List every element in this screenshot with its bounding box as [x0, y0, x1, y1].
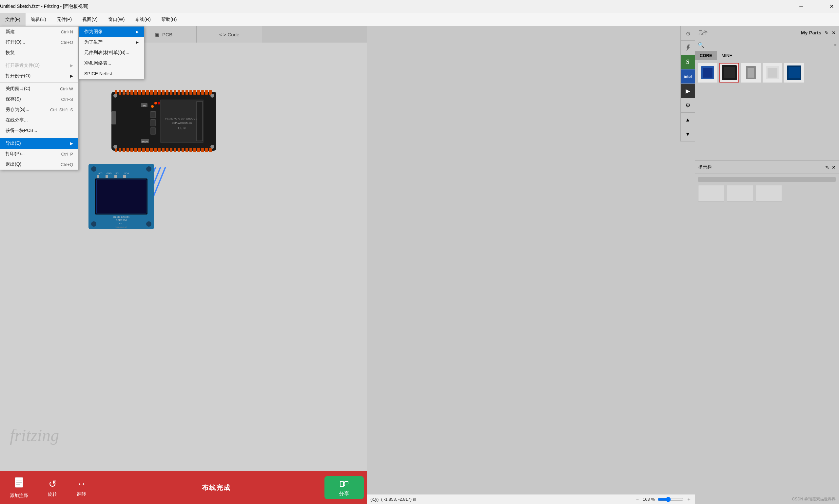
export-bom[interactable]: 元件列表(材料单)(B)... [79, 48, 144, 58]
svg-rect-10 [130, 90, 133, 95]
category-tabs: CORE MINE [695, 51, 839, 60]
rotate-label: 旋转 [48, 491, 57, 498]
titlebar-title: Untitled Sketch.fzz* - Fritzing - [面包板视图… [0, 4, 88, 10]
svg-point-68 [151, 105, 154, 108]
indicator-close-icon[interactable]: ✕ [832, 165, 836, 170]
cat-tab-core[interactable]: CORE [695, 51, 717, 60]
zoom-out-button[interactable]: － [635, 496, 640, 503]
svg-rect-39 [146, 148, 149, 152]
side-icon-intel[interactable]: intel [681, 69, 695, 84]
part-thumb-1[interactable] [698, 63, 717, 83]
svg-rect-116 [340, 484, 344, 487]
add-note-button[interactable]: 添加注释 [10, 477, 28, 499]
flip-label: 翻转 [77, 491, 86, 497]
indicator-edit-icon[interactable]: ✎ [825, 165, 829, 170]
indicator-progress-bar [698, 177, 836, 182]
export-xml-netlist[interactable]: XML网络表... [79, 58, 144, 69]
menu-component[interactable]: 元件(P) [51, 13, 77, 26]
esp32-board[interactable]: IFC 392 AC 72 ESP-WROOM-32 ESP-WROOM-32 … [108, 88, 220, 154]
scroll-up-icon[interactable]: ▲ [681, 113, 695, 127]
indicator-content [695, 174, 839, 205]
side-icon-seeed[interactable]: S [681, 55, 695, 69]
side-icon-play[interactable]: ▶ [681, 84, 695, 98]
svg-rect-65 [197, 102, 203, 141]
part-thumb-5[interactable] [784, 63, 804, 83]
side-icon-panel: ⊙ S intel ▶ ⚙ ▲ ▼ [680, 26, 695, 142]
indicator-panel-header: 指示栏 ✎ ✕ [695, 161, 839, 174]
part-thumb-3[interactable] [741, 63, 761, 83]
menu-export[interactable]: 导出(E)▶ [0, 138, 78, 149]
svg-text:VCC: VCC [98, 172, 103, 175]
menu-edit[interactable]: 编辑(E) [25, 13, 51, 26]
export-as-image[interactable]: 作为图像▶ [79, 26, 144, 37]
svg-point-58 [113, 145, 117, 149]
indicator-controls: ✎ ✕ [825, 165, 836, 170]
menu-share-online[interactable]: 在线分享... [0, 115, 78, 125]
svg-rect-92 [106, 175, 108, 178]
menu-help[interactable]: 帮助(H) [156, 13, 182, 26]
svg-text:IFC 392 AC 72 ESP-WROOM-32: IFC 392 AC 72 ESP-WROOM-32 [165, 118, 199, 120]
menu-window[interactable]: 窗口(W) [103, 13, 130, 26]
menu-open[interactable]: 打开(O)...Ctrl+O [0, 37, 78, 48]
search-settings-icon[interactable]: ≡ [834, 43, 836, 48]
svg-rect-85 [97, 180, 146, 213]
maximize-button[interactable]: □ [809, 0, 824, 13]
side-icon-settings[interactable]: ⚙ [681, 98, 695, 113]
export-spice[interactable]: SPICE Netlist... [79, 69, 144, 79]
parts-panel-close-icon[interactable]: ✕ [832, 30, 836, 35]
rotate-button[interactable]: ↺ 旋转 [48, 478, 57, 498]
svg-rect-46 [174, 148, 176, 152]
zoom-slider[interactable] [658, 497, 684, 502]
search-input[interactable] [706, 42, 834, 48]
menu-close[interactable]: 关闭窗口(C)Ctrl+W [0, 84, 78, 94]
routing-text: 布线完成 [202, 483, 231, 492]
svg-rect-55 [209, 148, 212, 152]
tab-code[interactable]: < > Code [197, 26, 262, 42]
svg-point-81 [146, 166, 152, 172]
separator-2 [0, 82, 78, 83]
svg-point-82 [91, 221, 97, 227]
cat-tab-mine[interactable]: MINE [717, 51, 737, 60]
menu-print[interactable]: 打印(P)...Ctrl+P [0, 149, 78, 159]
zoom-in-button[interactable]: ＋ [686, 496, 692, 503]
svg-rect-21 [174, 90, 176, 95]
menu-examples[interactable]: 打开例子(O)▶ [0, 71, 78, 81]
minimize-button[interactable]: ─ [794, 0, 809, 13]
menu-new[interactable]: 新建Ctrl+N [0, 26, 78, 37]
scroll-down-icon[interactable]: ▼ [681, 127, 695, 142]
svg-point-83 [146, 221, 152, 227]
oled-display[interactable]: VCC GND SCL SDA OLED 128x64 SSD1306 I2C … [88, 164, 154, 229]
svg-rect-37 [138, 148, 141, 152]
part-thumb-4[interactable] [763, 63, 782, 83]
menu-recover[interactable]: 恢复 [0, 48, 78, 58]
menu-quit[interactable]: 退出(Q)Ctrl+Q [0, 159, 78, 169]
menu-view[interactable]: 视图(V) [77, 13, 103, 26]
svg-rect-40 [150, 148, 153, 152]
menu-save[interactable]: 保存(S)Ctrl+S [0, 94, 78, 105]
menu-recent: 打开最近文件(O)▶ [0, 60, 78, 71]
share-button[interactable]: 分享 [325, 476, 364, 499]
svg-rect-23 [181, 90, 184, 95]
svg-rect-25 [189, 90, 192, 95]
flip-icon: ↔ [77, 478, 87, 489]
menu-saveas[interactable]: 另存为(S)...Ctrl+Shift+S [0, 105, 78, 115]
menu-get-pcb[interactable]: 获得一块PCB... [0, 125, 78, 136]
routing-complete-area: 布线完成 [105, 471, 328, 504]
flip-button[interactable]: ↔ 翻转 [77, 478, 87, 497]
separator-1 [0, 59, 78, 59]
menu-file[interactable]: 文件(F) [0, 13, 25, 26]
titlebar-controls: ─ □ ✕ [794, 0, 839, 13]
close-button[interactable]: ✕ [824, 0, 839, 13]
parts-panel-header: 元件 My Parts ✎ ✕ [695, 26, 839, 39]
svg-text:blog.squix.ch: blog.squix.ch [115, 226, 127, 228]
svg-rect-60 [111, 111, 116, 124]
side-icon-spark[interactable] [681, 41, 695, 55]
add-note-label: 添加注释 [10, 493, 28, 499]
svg-rect-28 [201, 90, 204, 95]
part-thumb-2[interactable] [719, 63, 739, 83]
side-icon-arduino[interactable]: ⊙ [681, 26, 695, 41]
parts-panel-edit-icon[interactable]: ✎ [825, 30, 828, 35]
menu-routing[interactable]: 布线(R) [130, 13, 156, 26]
share-icon [339, 478, 349, 489]
export-production[interactable]: 为了生产▶ [79, 37, 144, 48]
